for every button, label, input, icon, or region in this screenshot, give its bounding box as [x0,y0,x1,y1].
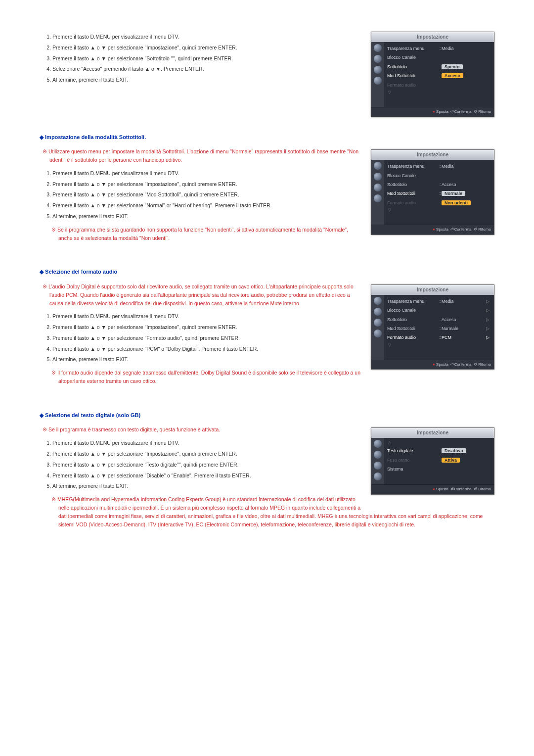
osd-value: Acceso [442,316,486,323]
section-heading: Impostazione della modalità Sottotitoli. [40,133,494,142]
osd-scroll-indicator: △ [387,440,491,446]
osd-icon [374,77,382,85]
osd-value-highlight: Acceso [442,73,463,78]
chevron-right-icon: ▷ [486,316,491,323]
osd-icon-column [371,42,384,107]
osd-title: Impostazione [371,285,494,295]
osd-icon [374,184,382,191]
osd-icon [374,44,382,52]
osd-scroll-indicator: ▽ [387,207,491,214]
osd-icon [374,451,382,459]
osd-label: Blocco Canale [387,54,439,61]
osd-impostazione-testo-digitale: Impostazione △ Testo digitale:Disattiva … [371,427,494,495]
osd-label: Fuso orario [387,457,439,464]
osd-icon [374,162,382,170]
osd-icon-column [371,295,384,360]
osd-icon [374,308,382,316]
osd-value-highlight: Disattiva [442,448,466,453]
osd-label: Formato audio [387,334,439,341]
osd-value-highlight: Spento [442,64,463,69]
osd-label: Sottotitolo [387,181,439,188]
chevron-right-icon: ▷ [486,298,491,305]
osd-icon [374,319,382,327]
osd-icon [374,297,382,305]
osd-label: Mod Sottotitoli [387,325,439,332]
osd-icon [374,330,382,337]
osd-value: PCM [442,334,486,341]
osd-footer: ● Sposta ⏎Conferma ↺ Ritorno [371,107,494,117]
osd-icon [374,66,382,74]
osd-title: Impostazione [371,428,494,438]
osd-value-highlight: Non udenti [442,200,471,205]
osd-impostazione-sottotitolo: Impostazione Trasparenza menu:Media Bloc… [371,32,494,117]
osd-icon-column [371,160,384,225]
osd-label: Sottotitolo [387,63,439,70]
chevron-right-icon: ▷ [486,325,491,332]
osd-footer: ● Sposta ⏎Conferma ↺ Ritorno [371,225,494,235]
osd-label: Mod Sottotitoli [387,72,439,79]
osd-footer: ● Sposta ⏎Conferma ↺ Ritorno [371,484,494,494]
osd-label: Mod Sottotitoli [387,190,439,197]
osd-icon [374,462,382,470]
osd-scroll-indicator: ▽ [387,342,491,349]
osd-impostazione-mod-sottotitoli: Impostazione Trasparenza menu:Media Bloc… [371,149,494,235]
osd-scroll-indicator: ▽ [387,90,491,96]
osd-label: Formato audio [387,82,439,89]
chevron-right-icon: ▷ [486,307,491,314]
section-testo-digitale: Selezione del testo digitale (solo GB) I… [40,411,494,529]
section-note: MHEG(Multimedia and Hypermedia Informati… [48,495,494,528]
osd-value-highlight: Attiva [442,458,460,463]
osd-title: Impostazione [371,150,494,160]
osd-value: Normale [442,325,486,332]
osd-icon [374,440,382,448]
section-heading: Selezione del formato audio [40,268,494,277]
osd-value: Media [442,298,486,305]
osd-title: Impostazione [371,32,494,42]
osd-label: Sottotitolo [387,316,439,323]
osd-label: Testo digitale [387,447,439,454]
osd-value: Acceso [442,181,491,188]
osd-icon [374,472,382,480]
osd-icon [374,173,382,181]
osd-label: Blocco Canale [387,307,439,314]
osd-label: Trasparenza menu [387,163,439,170]
osd-icon [374,55,382,63]
osd-label: Blocco Canale [387,172,439,179]
osd-value: Media [442,45,491,52]
osd-footer: ● Sposta ⏎Conferma ↺ Ritorno [371,360,494,370]
osd-label: Sistema [387,466,439,472]
osd-value-highlight: Normale [442,191,465,196]
section-heading: Selezione del testo digitale (solo GB) [40,411,494,420]
osd-icon [374,194,382,202]
osd-icon-column [371,438,384,484]
osd-label: Formato audio [387,199,439,206]
section-mod-sottotitoli: Impostazione della modalità Sottotitoli.… [40,133,494,242]
osd-impostazione-formato-audio: Impostazione Trasparenza menu:Media▷ Blo… [371,284,494,370]
osd-value: Media [442,163,491,170]
section-note: Il formato audio dipende dal segnale tra… [48,369,494,385]
chevron-right-icon: ▷ [486,334,491,341]
section-formato-audio: Selezione del formato audio Impostazione… [40,268,494,385]
osd-label: Trasparenza menu [387,298,439,305]
osd-label: Trasparenza menu [387,45,439,52]
